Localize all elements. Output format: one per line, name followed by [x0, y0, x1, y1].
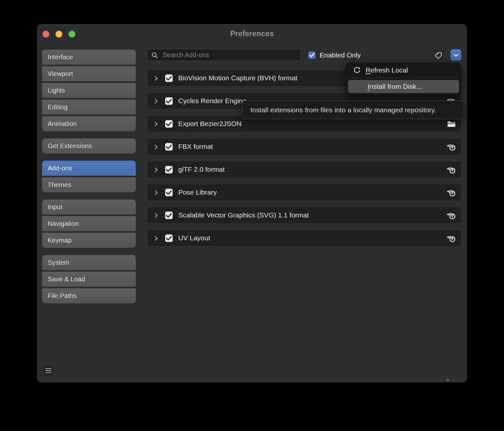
sidebar-group-input: Input Navigation Keymap	[42, 200, 136, 248]
addons-toolbar: Enabled Only	[147, 49, 462, 61]
addon-checkbox[interactable]	[165, 212, 173, 219]
addon-row-svg[interactable]: Scalable Vector Graphics (SVG) 1.1 forma…	[147, 207, 462, 224]
menu-separator	[347, 78, 460, 78]
sidebar-item-animation[interactable]: Animation	[42, 116, 136, 131]
folder-icon	[447, 119, 456, 129]
blender-logo-icon	[447, 165, 456, 175]
addon-checkbox[interactable]	[165, 74, 173, 82]
tooltip: Install extensions from files into a loc…	[242, 101, 464, 119]
check-icon	[165, 166, 173, 173]
addon-checkbox[interactable]	[165, 234, 173, 242]
blender-logo-icon	[447, 188, 456, 198]
addon-label: Pose Library	[178, 184, 217, 200]
addon-label: Export Bezier2JSON	[178, 116, 242, 132]
filter-tags-button[interactable]	[433, 49, 444, 61]
expand-chevron-icon[interactable]	[153, 189, 159, 196]
blender-logo-icon	[447, 233, 456, 243]
addon-label: UV Layout	[178, 230, 210, 246]
addon-label: Cycles Render Engine	[178, 93, 246, 109]
search-icon	[151, 51, 159, 59]
preferences-window: Preferences Interface Viewport Lights Ed…	[38, 24, 466, 382]
editor-type-menu-button[interactable]	[43, 365, 54, 376]
check-icon	[308, 52, 315, 58]
expand-chevron-icon[interactable]	[153, 121, 159, 127]
sidebar-item-addons[interactable]: Add-ons	[42, 161, 136, 176]
chevron-down-icon	[452, 52, 460, 59]
addon-label: FBX format	[178, 138, 213, 155]
addon-checkbox[interactable]	[165, 189, 173, 196]
sidebar-item-viewport[interactable]: Viewport	[42, 66, 136, 81]
addons-menu-button[interactable]	[450, 49, 461, 61]
sidebar-item-keymap[interactable]: Keymap	[42, 233, 136, 248]
sidebar-item-lights[interactable]: Lights	[42, 83, 136, 98]
check-icon	[165, 97, 173, 105]
addon-checkbox[interactable]	[165, 97, 173, 105]
check-icon	[165, 234, 173, 242]
hamburger-icon	[45, 368, 52, 369]
blender-logo-icon	[447, 211, 456, 220]
addon-checkbox[interactable]	[165, 166, 173, 173]
addon-checkbox[interactable]	[165, 143, 173, 151]
check-icon	[165, 120, 173, 128]
sidebar-group-system: System Save & Load File Paths	[42, 255, 136, 303]
addon-row-fbx[interactable]: FBX format	[147, 138, 462, 155]
check-icon	[165, 143, 173, 151]
expand-chevron-icon[interactable]	[153, 75, 159, 82]
tag-icon	[435, 51, 443, 59]
sidebar-item-save-load[interactable]: Save & Load	[42, 272, 136, 287]
check-icon	[165, 189, 173, 196]
addons-dropdown-menu: Refresh Local Install from Disk...	[346, 63, 461, 95]
enabled-only-checkbox[interactable]	[308, 51, 316, 59]
search-input[interactable]	[159, 51, 301, 59]
addon-label: BioVision Motion Capture (BVH) format	[178, 70, 297, 86]
expand-chevron-icon[interactable]	[153, 167, 159, 173]
sidebar-item-navigation[interactable]: Navigation	[42, 216, 136, 231]
chevron-up-icon	[444, 377, 451, 382]
sidebar: Interface Viewport Lights Editing Animat…	[42, 50, 136, 311]
expand-chevron-icon[interactable]	[153, 212, 159, 219]
sidebar-item-file-paths[interactable]: File Paths	[42, 288, 136, 303]
sidebar-group-extensions: Get Extensions	[42, 138, 136, 153]
scroll-up-tab[interactable]	[441, 376, 455, 382]
sidebar-item-interface[interactable]: Interface	[42, 50, 136, 65]
addon-label: Scalable Vector Graphics (SVG) 1.1 forma…	[178, 207, 309, 223]
check-icon	[165, 212, 173, 219]
expand-chevron-icon[interactable]	[153, 144, 159, 150]
expand-chevron-icon[interactable]	[153, 98, 159, 104]
enabled-only-label: Enabled Only	[320, 49, 361, 61]
addon-row-uv-layout[interactable]: UV Layout	[147, 230, 462, 247]
sidebar-item-editing[interactable]: Editing	[42, 100, 136, 115]
check-icon	[165, 74, 173, 82]
sidebar-item-input[interactable]: Input	[42, 200, 136, 215]
search-box	[147, 49, 301, 61]
addon-row-pose-library[interactable]: Pose Library	[147, 184, 462, 201]
blender-logo-icon	[447, 142, 456, 152]
sidebar-group-general: Interface Viewport Lights Editing Animat…	[42, 50, 136, 131]
sidebar-item-themes[interactable]: Themes	[42, 177, 136, 192]
refresh-icon	[353, 66, 361, 74]
menu-item-refresh-local[interactable]: Refresh Local	[346, 63, 461, 78]
sidebar-item-get-extensions[interactable]: Get Extensions	[42, 138, 136, 153]
addon-list: BioVision Motion Capture (BVH) format Cy…	[147, 70, 462, 252]
menu-item-install-from-disk[interactable]: Install from Disk...	[348, 80, 459, 93]
addon-row-gltf[interactable]: glTF 2.0 format	[147, 161, 462, 178]
window-title: Preferences	[38, 29, 466, 38]
addon-label: glTF 2.0 format	[178, 161, 225, 178]
sidebar-item-system[interactable]: System	[42, 255, 136, 270]
sidebar-group-addons-themes: Add-ons Themes	[42, 161, 136, 192]
expand-chevron-icon[interactable]	[153, 235, 159, 242]
addon-checkbox[interactable]	[165, 120, 173, 128]
